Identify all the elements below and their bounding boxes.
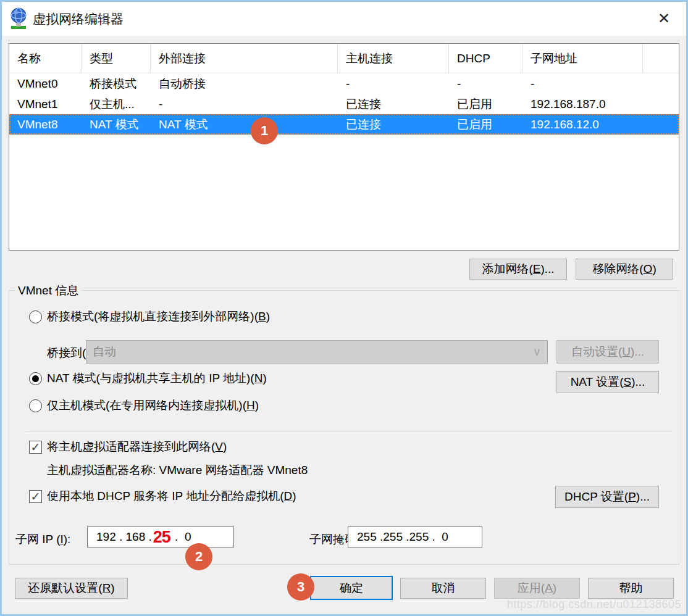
help-button[interactable]: 帮助 <box>588 578 674 599</box>
dhcp-checkbox[interactable]: ✓ 使用本地 DHCP 服务将 IP 地址分配给虚拟机(D) <box>29 488 296 504</box>
annotation-step-3-badge: 3 <box>287 573 314 601</box>
cell-name: VMnet8 <box>9 114 82 135</box>
add-network-button[interactable]: 添加网络(E)... <box>469 259 567 280</box>
cell-external: NAT 模式 <box>151 114 338 135</box>
annotation-step-1-badge: 1 <box>251 117 278 144</box>
radio-unchecked-icon[interactable] <box>29 399 42 412</box>
table-row-vmnet8-selected[interactable]: VMnet8 NAT 模式 NAT 模式 已连接 已启用 192.168.12.… <box>9 114 679 135</box>
column-header-dhcp[interactable]: DHCP <box>449 44 522 73</box>
ok-button[interactable]: 确定 <box>310 576 393 600</box>
subnet-ip-field[interactable]: 192 . 168 . 25 . 0 <box>87 527 234 547</box>
separator <box>25 431 673 431</box>
bridged-mode-label: 桥接模式(将虚拟机直接连接到外部网络)(B) <box>47 309 270 325</box>
cell-dhcp: 已启用 <box>449 94 522 114</box>
restore-defaults-button[interactable]: 还原默认设置(R) <box>15 578 128 599</box>
dhcp-settings-button[interactable]: DHCP 设置(P)... <box>555 486 659 508</box>
checkbox-checked-icon[interactable]: ✓ <box>29 441 42 454</box>
chevron-down-icon: ∨ <box>533 345 541 359</box>
column-header-subnet[interactable]: 子网地址 <box>522 44 643 73</box>
subnet-mask-field[interactable]: 255 .255 .255 . 0 <box>348 527 482 547</box>
cell-type: 仅主机... <box>82 94 151 114</box>
close-icon[interactable]: ✕ <box>650 7 678 30</box>
bridged-mode-radio[interactable]: 桥接模式(将虚拟机直接连接到外部网络)(B) <box>29 309 270 325</box>
cell-host: - <box>338 73 449 94</box>
column-header-type[interactable]: 类型 <box>82 44 151 73</box>
column-header-name[interactable]: 名称 <box>9 44 82 73</box>
cell-name: VMnet1 <box>9 94 82 114</box>
cell-subnet: 192.168.12.0 <box>522 114 643 135</box>
table-row-vmnet1[interactable]: VMnet1 仅主机... - 已连接 已启用 192.168.187.0 <box>9 94 679 114</box>
network-globe-icon <box>9 7 28 30</box>
cell-subnet: 192.168.187.0 <box>522 94 643 114</box>
cell-type: NAT 模式 <box>82 114 151 135</box>
nat-settings-button[interactable]: NAT 设置(S)... <box>556 371 659 393</box>
checkbox-checked-icon[interactable]: ✓ <box>29 490 42 503</box>
table-row-vmnet0[interactable]: VMnet0 桥接模式 自动桥接 - - - <box>9 73 679 94</box>
annotation-step-2-badge: 2 <box>185 543 212 570</box>
cell-name: VMnet0 <box>9 73 82 94</box>
cell-dhcp: 已启用 <box>449 114 522 135</box>
apply-button[interactable]: 应用(A) <box>494 578 580 599</box>
subnet-ip-label: 子网 IP (I): <box>15 531 70 547</box>
radio-checked-icon[interactable] <box>29 372 42 385</box>
ip-prefix: 192 . 168 . <box>96 530 152 544</box>
cell-external: 自动桥接 <box>151 73 338 94</box>
ip-edited-octet: 25 <box>153 529 170 546</box>
cell-host: 已连接 <box>338 94 449 114</box>
auto-settings-button[interactable]: 自动设置(U)... <box>556 340 659 364</box>
cell-subnet: - <box>522 73 643 94</box>
column-header-external[interactable]: 外部连接 <box>151 44 338 73</box>
title-bar: 虚拟网络编辑器 ✕ <box>2 2 686 36</box>
nat-mode-label: NAT 模式(与虚拟机共享主机的 IP 地址)(N) <box>47 370 267 386</box>
nat-mode-radio[interactable]: NAT 模式(与虚拟机共享主机的 IP 地址)(N) <box>29 370 267 386</box>
cell-external: - <box>151 94 338 114</box>
host-only-mode-radio[interactable]: 仅主机模式(在专用网络内连接虚拟机)(H) <box>29 397 259 414</box>
network-list-header: 名称 类型 外部连接 主机连接 DHCP 子网地址 <box>9 44 679 73</box>
bridged-to-combobox[interactable]: 自动 ∨ <box>86 340 548 364</box>
combobox-value: 自动 <box>93 344 116 360</box>
ip-suffix: . 0 <box>172 530 191 544</box>
group-title: VMnet 信息 <box>15 283 82 299</box>
dhcp-label: 使用本地 DHCP 服务将 IP 地址分配给虚拟机(D) <box>47 488 296 504</box>
cell-host: 已连接 <box>338 114 449 135</box>
host-adapter-checkbox[interactable]: ✓ 将主机虚拟适配器连接到此网络(V) <box>29 439 227 455</box>
remove-network-button[interactable]: 移除网络(O) <box>576 259 673 280</box>
host-only-label: 仅主机模式(在专用网络内连接虚拟机)(H) <box>47 397 259 414</box>
window-title: 虚拟网络编辑器 <box>33 10 124 28</box>
host-adapter-label: 将主机虚拟适配器连接到此网络(V) <box>47 439 227 455</box>
network-list: 名称 类型 外部连接 主机连接 DHCP 子网地址 VMnet0 桥接模式 自动… <box>9 43 679 251</box>
host-adapter-name-text: 主机虚拟适配器名称: VMware 网络适配器 VMnet8 <box>47 462 308 478</box>
cell-type: 桥接模式 <box>82 73 151 94</box>
watermark-text: https://blog.csdn.net/u012138605 <box>507 598 681 611</box>
virtual-network-editor-dialog: 虚拟网络编辑器 ✕ 名称 类型 外部连接 主机连接 DHCP 子网地址 VMne… <box>0 0 688 616</box>
cancel-button[interactable]: 取消 <box>400 578 486 599</box>
radio-unchecked-icon[interactable] <box>29 310 42 323</box>
mask-value: 255 .255 .255 . 0 <box>357 530 448 544</box>
column-header-host[interactable]: 主机连接 <box>338 44 449 73</box>
cell-dhcp: - <box>449 73 522 94</box>
vmnet-info-group: VMnet 信息 桥接模式(将虚拟机直接连接到外部网络)(B) 桥接到(I): … <box>9 290 679 565</box>
